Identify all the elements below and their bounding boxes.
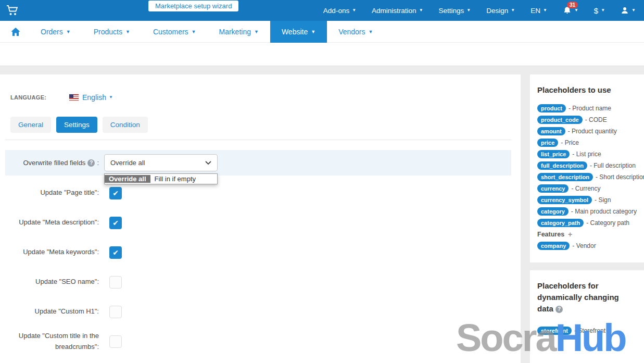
placeholder-desc: - Storefront xyxy=(574,327,605,334)
user-icon xyxy=(621,6,629,15)
chevron-down-icon: ▼ xyxy=(543,8,547,12)
checkbox-label: Update "SEO name": xyxy=(10,277,99,287)
chevron-down-icon: ▼ xyxy=(466,8,471,12)
checkbox-1[interactable]: ✔ xyxy=(109,217,122,229)
topbar-menus: Add-ons▼Administration▼Settings▼Design▼E… xyxy=(323,0,636,21)
checkbox-4[interactable] xyxy=(109,306,122,318)
topbar-menu-en[interactable]: EN▼ xyxy=(531,7,547,15)
placeholder-badge-category[interactable]: category xyxy=(537,207,569,216)
overwrite-select-value: Override all xyxy=(110,159,145,167)
checkbox-row: Update "Meta description":✔ xyxy=(5,208,511,237)
tab-general[interactable]: General xyxy=(10,117,51,133)
checkbox-label: Update "Page title": xyxy=(10,187,99,198)
placeholder-badge-price[interactable]: price xyxy=(537,139,558,147)
placeholder-row: list_price- List price xyxy=(537,148,637,160)
placeholder-badge-currency_symbol[interactable]: currency_symbol xyxy=(537,196,592,204)
currency-menu[interactable]: $ ▼ xyxy=(594,6,605,15)
chevron-down-icon: ▼ xyxy=(109,95,113,99)
topbar-menu-label: Design xyxy=(486,7,508,15)
placeholder-row: product_code- CODE xyxy=(537,114,637,126)
placeholder-badge-short_description[interactable]: short_description xyxy=(537,173,593,181)
checkbox-label: Update "Meta keywords": xyxy=(10,247,99,257)
language-selector[interactable]: English ▼ xyxy=(82,93,113,102)
checkbox-row: Update "SEO name": xyxy=(5,267,511,297)
checkbox-5[interactable] xyxy=(109,335,122,348)
main-panel: LANGUAGE: English ▼ GeneralSettingsCondi… xyxy=(0,74,521,363)
chevron-down-icon: ▼ xyxy=(66,30,71,34)
tab-bar: GeneralSettingsCondition xyxy=(10,117,148,133)
tab-condition[interactable]: Condition xyxy=(103,117,148,133)
placeholder-badge-storefront[interactable]: storefront xyxy=(537,327,572,335)
help-icon[interactable]: ? xyxy=(555,306,563,313)
placeholder-desc: - Vendor xyxy=(572,242,596,249)
topbar-menu-settings[interactable]: Settings▼ xyxy=(439,7,471,15)
checkbox-row: Update "Custom H1": xyxy=(5,297,511,327)
expand-plus-icon[interactable]: + xyxy=(568,230,572,239)
overwrite-row: Overwrite filled fields ? : xyxy=(5,150,511,176)
overwrite-dropdown-list: Override allFill in if empty xyxy=(104,173,218,184)
dropdown-option-1[interactable]: Fill in if empty xyxy=(150,175,200,183)
nav-item-label: Website xyxy=(282,28,308,36)
placeholder-desc: - Currency xyxy=(571,185,600,192)
nav-item-customers[interactable]: Customers▼ xyxy=(142,21,208,43)
placeholder-badge-company[interactable]: company xyxy=(537,242,570,250)
dynamic-placeholders-card: Placeholders for dynamically changing da… xyxy=(530,270,644,363)
topbar-menu-administration[interactable]: Administration▼ xyxy=(372,7,423,15)
placeholder-badge-list_price[interactable]: list_price xyxy=(537,150,570,158)
placeholder-desc: - Short description xyxy=(596,173,644,181)
nav-item-marketing[interactable]: Marketing▼ xyxy=(208,21,270,43)
placeholder-row: storefront- Storefront xyxy=(537,325,637,336)
checkbox-0[interactable]: ✔ xyxy=(109,187,122,199)
checkbox-label: Update "Custom H1": xyxy=(10,306,99,317)
help-icon[interactable]: ? xyxy=(87,159,95,167)
placeholder-desc: - Sign xyxy=(595,196,611,204)
placeholder-row: Features+ xyxy=(537,229,637,240)
checkbox-3[interactable] xyxy=(109,276,122,289)
placeholder-badge-full_description[interactable]: full_description xyxy=(537,161,587,170)
divider xyxy=(5,140,511,140)
topbar-menu-label: EN xyxy=(531,7,540,15)
topbar-menu-design[interactable]: Design▼ xyxy=(486,7,515,15)
app-window: Marketplace setup wizard Add-ons▼Adminis… xyxy=(0,0,644,363)
chevron-down-icon: ▼ xyxy=(369,30,373,34)
language-label: LANGUAGE: xyxy=(10,94,69,101)
chevron-down-icon: ▼ xyxy=(125,30,130,34)
placeholder-badge-product[interactable]: product xyxy=(537,104,566,112)
overwrite-select[interactable]: Override all xyxy=(104,154,218,171)
chevron-down-icon xyxy=(205,161,211,165)
topbar-menu-addons[interactable]: Add-ons▼ xyxy=(323,7,356,15)
nav-item-label: Orders xyxy=(41,28,63,36)
nav-item-products[interactable]: Products▼ xyxy=(82,21,142,43)
overwrite-label: Overwrite filled fields ? : xyxy=(5,159,99,167)
checkbox-2[interactable]: ✔ xyxy=(109,246,122,259)
chevron-down-icon: ▼ xyxy=(419,8,423,12)
placeholder-desc: - Full description xyxy=(590,162,636,169)
nav-item-label: Products xyxy=(94,28,122,36)
home-icon[interactable] xyxy=(2,21,29,43)
notifications-menu[interactable]: 31 ▼ xyxy=(563,6,578,15)
placeholder-row: amount- Product quantity xyxy=(537,126,637,137)
placeholder-row: product- Product name xyxy=(537,103,637,114)
us-flag-icon xyxy=(69,94,79,101)
placeholder-badge-category_path[interactable]: category_path xyxy=(537,219,584,227)
checkbox-label: Update "Meta description": xyxy=(10,217,99,228)
tab-settings[interactable]: Settings xyxy=(56,117,97,133)
placeholder-desc: - Product name xyxy=(569,105,611,112)
marketplace-setup-wizard-button[interactable]: Marketplace setup wizard xyxy=(148,1,238,11)
chevron-down-icon: ▼ xyxy=(511,8,515,12)
placeholder-desc: - Category path xyxy=(586,219,629,227)
user-menu[interactable]: ▼ xyxy=(621,6,636,15)
notification-count-badge: 31 xyxy=(567,2,578,8)
placeholder-row: full_description- Full description xyxy=(537,160,637,171)
placeholder-badge-amount[interactable]: amount xyxy=(537,127,565,135)
language-value: English xyxy=(82,93,106,102)
cart-icon[interactable] xyxy=(6,5,19,16)
placeholder-badge-product_code[interactable]: product_code xyxy=(537,116,583,124)
nav-item-vendors[interactable]: Vendors▼ xyxy=(327,21,384,43)
nav-item-website[interactable]: Website▼ xyxy=(270,21,327,43)
placeholder-row: currency_symbol- Sign xyxy=(537,194,637,206)
nav-item-orders[interactable]: Orders▼ xyxy=(29,21,82,43)
placeholder-badge-currency[interactable]: currency xyxy=(537,184,569,193)
dropdown-option-0[interactable]: Override all xyxy=(105,175,150,183)
dynamic-placeholders-title: Placeholders for dynamically changing da… xyxy=(537,280,637,315)
